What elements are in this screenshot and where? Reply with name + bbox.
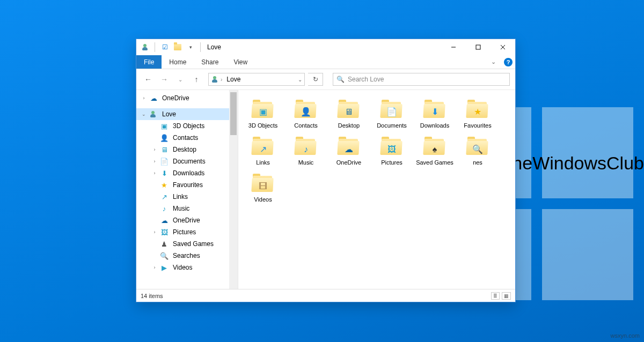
tree-item-links[interactable]: ↗Links [136,191,238,203]
folder-item-3d-objects[interactable]: ▣3D Objects [243,96,283,131]
folder-icon: 🎞 [252,173,274,195]
folder-item-documents[interactable]: 📄Documents [371,96,412,131]
item-label: Downloads [420,122,449,129]
chevron-right-icon[interactable]: › [151,170,158,176]
folder-icon: 📄 [380,99,403,121]
address-bar[interactable]: › Love ⌄ [208,73,305,86]
up-button[interactable]: ↑ [190,73,203,86]
tree-item-contacts[interactable]: 👤Contacts [136,132,238,144]
tree-item-pictures[interactable]: ›🖼Pictures [136,226,238,238]
refresh-button[interactable]: ↻ [308,73,323,86]
folder-icon: 🖥 [338,99,360,121]
folder-item-links[interactable]: ↗Links [243,133,283,168]
folder-icon: ★ [466,99,489,121]
tree-item-3d-objects[interactable]: ▣3D Objects [136,120,238,132]
tree-item-label: Pictures [173,228,196,236]
tree-item-saved-games[interactable]: ♟Saved Games [136,238,238,250]
searches-icon: 🔍 [160,252,169,260]
folder-item-desktop[interactable]: 🖥Desktop [328,96,369,131]
folder-item-music[interactable]: ♪Music [286,133,326,168]
tree-item-onedrive[interactable]: ›☁OneDrive [136,92,238,104]
user-icon [141,43,149,51]
tab-share[interactable]: Share [194,55,226,69]
item-label: Contacts [294,122,317,129]
titlebar[interactable]: ☑ ▾ Love [136,39,515,55]
chevron-right-icon[interactable]: › [141,95,147,101]
item-label: Saved Games [416,159,453,166]
music-icon: ♪ [160,205,169,213]
tree-item-label: Links [173,193,188,200]
folder-icon: ↗ [252,136,274,158]
chevron-down-icon[interactable]: ⌄ [141,111,147,117]
folder-item-downloads[interactable]: ⬇Downloads [414,96,455,131]
tree-item-label: Documents [173,158,206,165]
content-pane[interactable]: ▣3D Objects👤Contacts🖥Desktop📄Documents⬇D… [238,90,515,289]
status-bar: 14 items ≣ ▦ [136,289,515,302]
details-view-button[interactable]: ≣ [491,292,500,300]
item-label: Documents [377,122,407,129]
folder-icon: 🖼 [380,136,403,158]
tree-item-love[interactable]: ⌄Love [136,108,238,120]
desktop-icon: 🖥 [160,146,169,154]
scrollbar[interactable] [229,90,238,289]
minimize-button[interactable] [441,39,466,55]
folder-item-nes[interactable]: 🔍nes [457,133,498,168]
ribbon-tabs: File Home Share View ⌄ ? [136,55,515,69]
scrollbar-thumb[interactable] [230,92,237,135]
search-box[interactable]: 🔍 Search Love [333,73,510,86]
folder-item-contacts[interactable]: 👤Contacts [286,96,326,131]
status-text: 14 items [141,293,163,299]
tab-home[interactable]: Home [162,55,194,69]
tree-item-downloads[interactable]: ›⬇Downloads [136,167,238,179]
close-button[interactable] [491,39,515,55]
chevron-right-icon[interactable]: › [151,147,158,152]
ribbon-expand-icon[interactable]: ⌄ [485,55,501,69]
item-label: Desktop [338,122,360,129]
recent-dropdown-icon[interactable]: ⌄ [174,73,187,86]
folder-item-videos[interactable]: 🎞Videos [243,170,283,205]
documents-icon: 📄 [160,158,169,166]
tree-item-label: Saved Games [173,240,214,248]
tree-item-searches[interactable]: 🔍Searches [136,250,238,262]
qat-dropdown-icon[interactable]: ▾ [186,43,195,51]
tree-item-videos[interactable]: ›▶Videos [136,262,238,273]
maximize-button[interactable] [466,39,491,55]
chevron-right-icon[interactable]: › [151,265,158,270]
chevron-right-icon[interactable]: › [221,77,222,83]
tree-item-documents[interactable]: ›📄Documents [136,155,238,167]
folder-icon [173,43,182,51]
tree-item-music[interactable]: ♪Music [136,203,238,214]
tree-item-label: Searches [173,252,200,259]
folder-item-onedrive[interactable]: ☁OneDrive [328,133,369,168]
chevron-right-icon[interactable]: › [151,229,158,235]
search-placeholder: Search Love [348,76,384,83]
item-label: Links [256,159,270,166]
3d-objects-icon: ▣ [160,122,169,130]
search-icon: 🔍 [336,76,345,83]
properties-icon[interactable]: ☑ [160,43,169,51]
folder-icon: 👤 [295,99,317,121]
svg-rect-1 [476,45,480,49]
tree-item-favourites[interactable]: ★Favourites [136,179,238,191]
tree-item-desktop[interactable]: ›🖥Desktop [136,144,238,155]
folder-item-favourites[interactable]: ★Favourites [457,96,498,131]
breadcrumb-item[interactable]: Love [224,76,243,83]
chevron-right-icon[interactable]: › [151,159,158,164]
help-button[interactable]: ? [501,55,515,69]
tree-item-label: Love [162,110,176,118]
tree-item-label: Desktop [173,146,196,153]
forward-button[interactable]: → [158,73,171,86]
separator [200,42,201,52]
tree-item-label: OneDrive [162,94,189,102]
folder-item-pictures[interactable]: 🖼Pictures [371,133,412,168]
back-button[interactable]: ← [142,73,155,86]
tree-item-label: Videos [173,264,192,271]
tab-file[interactable]: File [136,55,162,69]
address-dropdown-icon[interactable]: ⌄ [298,77,302,83]
tab-view[interactable]: View [226,55,255,69]
icons-view-button[interactable]: ▦ [502,292,511,300]
separator [155,42,155,52]
onedrive-icon: ☁ [160,217,169,225]
tree-item-onedrive[interactable]: ☁OneDrive [136,214,238,226]
folder-item-saved-games[interactable]: ♠Saved Games [414,133,455,168]
